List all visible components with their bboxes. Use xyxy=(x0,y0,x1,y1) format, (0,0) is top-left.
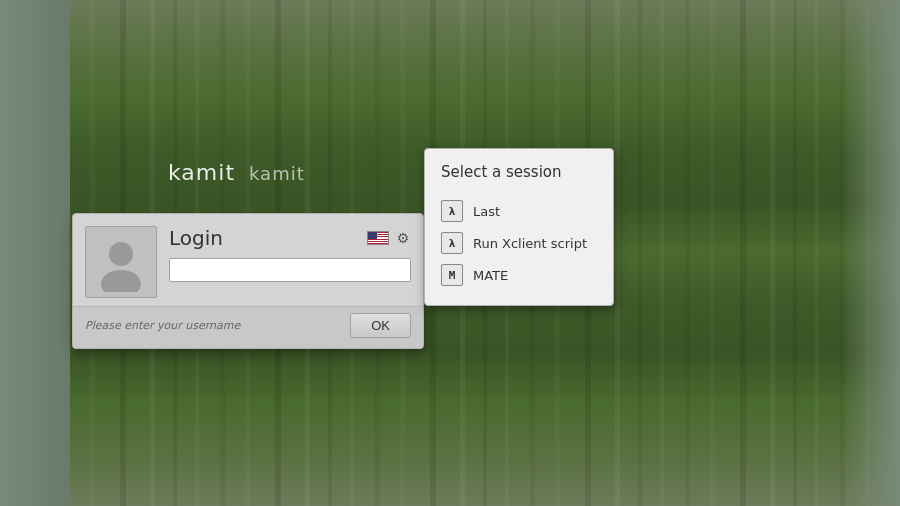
hint-text: Please enter your username xyxy=(85,319,240,332)
username-label: kamit kamit xyxy=(168,160,305,185)
session-icon-mate: M xyxy=(441,264,463,286)
session-item-mate[interactable]: M MATE xyxy=(441,259,597,291)
avatar xyxy=(85,226,157,298)
login-title: Login xyxy=(169,226,223,250)
language-flag-icon[interactable] xyxy=(367,231,389,245)
username-bold: kamit xyxy=(168,160,235,185)
session-label-xclient: Run Xclient script xyxy=(473,236,587,251)
session-dialog-title: Select a session xyxy=(441,163,597,181)
session-icon-last: λ xyxy=(441,200,463,222)
svg-point-1 xyxy=(101,270,141,292)
username-light: kamit xyxy=(249,163,305,184)
gear-icon[interactable]: ⚙ xyxy=(395,230,411,246)
username-input[interactable] xyxy=(169,258,411,282)
bg-right xyxy=(840,0,900,506)
ok-button[interactable]: OK xyxy=(350,313,411,338)
session-label-mate: MATE xyxy=(473,268,508,283)
session-item-last[interactable]: λ Last xyxy=(441,195,597,227)
session-label-last: Last xyxy=(473,204,500,219)
svg-point-0 xyxy=(109,242,133,266)
login-dialog: Login ⚙ Please enter your username OK xyxy=(72,213,424,349)
session-dialog: Select a session λ Last λ Run Xclient sc… xyxy=(424,148,614,306)
session-item-xclient[interactable]: λ Run Xclient script xyxy=(441,227,597,259)
session-icon-xclient: λ xyxy=(441,232,463,254)
bg-left xyxy=(0,0,70,506)
